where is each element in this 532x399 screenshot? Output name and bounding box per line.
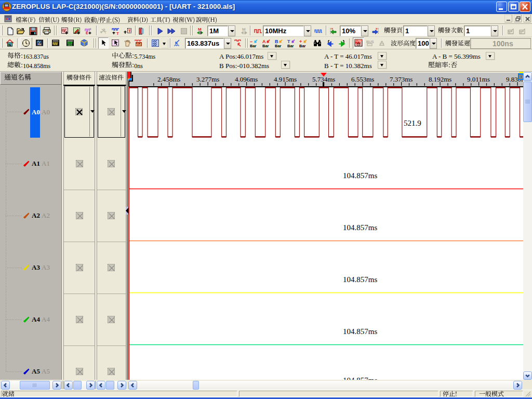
svg-text:T: T bbox=[104, 31, 107, 34]
svg-text:Hz: Hz bbox=[38, 43, 42, 46]
svg-text:N: N bbox=[8, 43, 11, 47]
svg-text:T: T bbox=[116, 31, 119, 35]
svg-text:101: 101 bbox=[68, 43, 73, 47]
svg-text:E: E bbox=[86, 31, 88, 35]
